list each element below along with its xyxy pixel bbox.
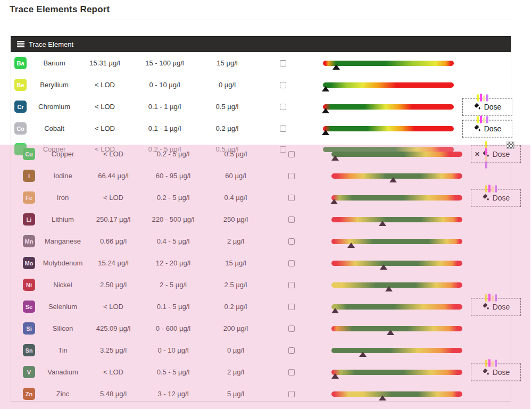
element-badge: Cr [14,101,27,113]
gauge-bar [331,195,462,201]
menu-icon[interactable] [17,41,24,47]
row-checkbox[interactable] [288,195,295,201]
row-checkbox[interactable] [288,391,295,397]
gauge-bar [331,304,462,310]
element-badge: Mo [23,257,35,269]
element-badge: Li [23,213,35,226]
table-row: Li Lithium 250.17 µg/l 220 - 500 µg/l 25… [20,208,519,230]
measured-value: 66.44 µg/l [87,172,140,180]
row-checkbox[interactable] [288,325,295,332]
measured-value: < LOD [87,150,140,158]
element-name: Tin [39,346,87,354]
gauge-marker [322,86,329,91]
table-row: Cu Copper < LOD 0.2 - 5 µg/l 0.5 µg/l ✕ [20,143,519,165]
panel-body: Ba Barium 15.31 µg/l 15 - 100 µg/l 15 µg… [11,52,511,402]
table-row: Ba Barium 15.31 µg/l 15 - 100 µg/l 15 µg… [11,52,511,74]
dose-button[interactable]: Dose [471,189,521,206]
reference-range: 12 - 20 µg/l [140,259,206,267]
row-checkbox[interactable] [288,369,295,375]
element-name: Manganese [39,237,87,245]
element-badge: Si [23,322,35,335]
reference-value: 250 µg/l [206,215,265,223]
measured-value: 250.17 µg/l [87,215,140,223]
gauge-bar [331,326,462,331]
element-name: Barium [30,59,78,67]
table-row: Cr Chromium < LOD 0.1 - 1 µg/l 0.5 µg/l [11,96,511,118]
dose-button[interactable]: ✕ Dose [471,145,521,163]
gauge-bar [323,61,454,66]
row-checkbox[interactable] [288,238,295,245]
reference-value: 0.2 µg/l [206,303,265,311]
dose-label: Dose [493,194,510,202]
row-checkbox-ghost [280,146,286,153]
element-badge: I [23,170,35,182]
row-checkbox[interactable] [288,304,295,310]
gauge-marker [330,199,338,204]
row-checkbox[interactable] [280,126,286,132]
gauge-bar [331,217,462,222]
element-badge: Cu [23,148,35,160]
dose-button[interactable]: Dose [471,298,521,315]
row-checkbox[interactable] [288,173,295,179]
title-divider [8,20,512,20]
reference-value: 2.5 µg/l [206,281,265,289]
element-badge: Mn [23,235,35,247]
measured-value: 2.50 µg/l [87,281,140,289]
reference-value: 2 µg/l [206,237,265,245]
dose-icon [473,125,481,132]
gauge-bar [331,261,462,266]
reference-value: 15 µg/l [198,59,256,67]
row-checkbox[interactable] [288,282,295,288]
element-name: Cobalt [30,124,78,132]
element-name: Copper [39,150,87,158]
reference-range: 0 - 10 µg/l [131,81,198,89]
reference-range: 3 - 12 µg/l [140,390,206,398]
reference-range: 0 - 10 µg/l [140,346,206,354]
reference-value: 0 µg/l [206,346,265,354]
gauge-marker [359,352,367,357]
row-checkbox[interactable] [288,151,295,157]
gauge-bar [331,391,462,397]
reference-value: 0.5 µg/l [198,103,256,111]
reference-range: 0 - 600 µg/l [140,324,206,332]
reference-range: 0.5 - 5 µg/l [140,368,206,376]
page-title: Trace Elements Report [10,4,110,15]
element-name: Vanadium [39,368,87,376]
measured-value: < LOD [78,81,131,89]
element-badge: Ba [14,57,27,69]
gauge-marker [322,108,329,113]
row-checkbox[interactable] [288,260,295,266]
glitch-streaks [485,294,497,301]
reference-value: 2 µg/l [206,368,265,376]
dose-button[interactable]: Dose [462,98,512,115]
measured-value: 0.66 µg/l [87,237,140,245]
table-row: Mn Manganese 0.66 µg/l 0.4 - 5 µg/l 2 µg… [20,230,519,252]
trace-element-panel: Trace Element Ba Barium 15.31 µg/l 15 - … [11,36,511,402]
element-name: Iron [39,194,87,202]
dose-button[interactable]: Dose [471,363,521,381]
glitch-streaks [485,359,497,366]
gauge-marker [389,177,397,182]
gauge-marker [331,373,339,379]
element-name: Selenium [39,303,87,311]
gauge-bar [331,239,462,244]
measured-value: < LOD [87,303,140,311]
dose-label: Dose [493,303,510,311]
measured-value: 15.31 µg/l [78,59,131,67]
row-checkbox[interactable] [288,216,295,223]
row-checkbox[interactable] [288,347,295,354]
measured-value: < LOD [87,194,140,202]
table-row: Mo Molybdenum 15.24 µg/l 12 - 20 µg/l 15… [20,252,519,274]
element-badge: Se [23,301,35,313]
row-checkbox[interactable] [280,104,286,110]
dose-button[interactable]: Dose [462,120,512,137]
gauge-marker [347,243,355,248]
table-row: Fe Iron < LOD 0.2 - 5 µg/l 0.4 µg/l [20,187,519,208]
row-checkbox[interactable] [280,82,286,88]
gauge-marker [332,64,340,70]
dose-icon [482,194,489,202]
element-name: Zinc [39,390,87,398]
reference-range: 0.4 - 5 µg/l [140,237,206,245]
row-checkbox[interactable] [280,60,286,66]
element-name: Molybdenum [39,259,87,267]
